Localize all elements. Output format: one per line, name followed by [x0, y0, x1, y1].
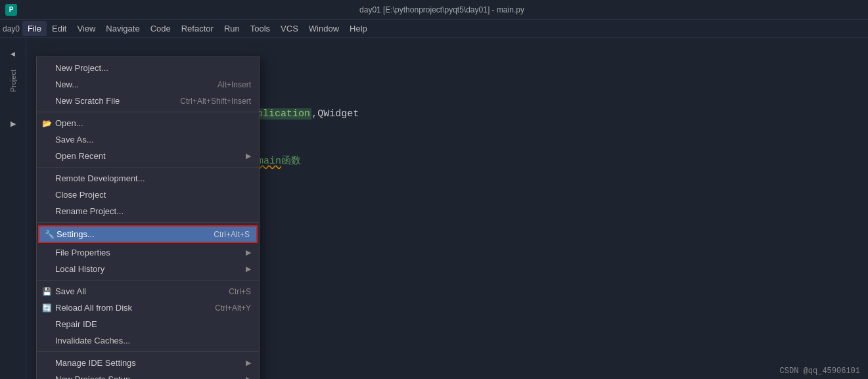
menu-item-new-project[interactable]: New Project... [37, 60, 259, 76]
menu-item-rename-project[interactable]: Rename Project... [37, 203, 259, 219]
menu-item-remote-dev[interactable]: Remote Development... [37, 170, 259, 187]
menu-edit[interactable]: Edit [47, 21, 72, 36]
menu-view[interactable]: View [72, 21, 101, 36]
window-title: day01 [E:\pythonproject\pyqt5\day01] - m… [21, 5, 863, 14]
separator-5 [37, 351, 259, 352]
menu-code[interactable]: Code [145, 21, 176, 36]
menu-item-new-projects-setup-label: New Projects Setup [55, 374, 130, 379]
menu-item-new[interactable]: New... Alt+Insert [37, 76, 259, 93]
separator-2 [37, 167, 259, 167]
menu-vcs[interactable]: VCS [275, 21, 304, 36]
menu-item-open-label: Open... [55, 118, 83, 128]
menu-item-open-recent-label: Open Recent [55, 151, 106, 161]
menu-item-local-history[interactable]: Local History ▶ [37, 261, 259, 277]
menu-item-repair-ide-label: Repair IDE [55, 319, 97, 329]
title-bar: P day01 [E:\pythonproject\pyqt5\day01] -… [0, 0, 868, 20]
menu-item-save-as-label: Save As... [55, 135, 94, 145]
menu-item-repair-ide[interactable]: Repair IDE [37, 316, 259, 332]
menu-item-reload-disk-label: Reload All from Disk [55, 303, 132, 313]
menu-item-new-scratch-label: New Scratch File [55, 96, 120, 106]
menu-item-save-all-label: Save All [55, 286, 86, 296]
sidebar-expand-btn[interactable]: ▶ [3, 113, 24, 134]
menu-item-manage-ide[interactable]: Manage IDE Settings ▶ [37, 355, 259, 371]
menu-item-settings[interactable]: 🔧 Settings... Ctrl+Alt+S [38, 225, 258, 243]
sidebar-project-btn[interactable]: ◀ [3, 43, 24, 64]
menu-item-new-projects-setup[interactable]: New Projects Setup ▶ [37, 371, 259, 379]
app-icon: P [5, 4, 17, 16]
menu-tools[interactable]: Tools [245, 21, 275, 36]
separator-3 [37, 222, 259, 223]
local-history-arrow-icon: ▶ [246, 265, 251, 273]
menu-item-close-project-label: Close Project [55, 190, 106, 200]
menu-item-new-label: New... [55, 79, 79, 89]
menu-item-new-project-label: New Project... [55, 63, 108, 73]
menu-item-local-history-label: Local History [55, 264, 104, 274]
main-layout: ◀ Project ▶ import sys from PyQt5.QtWidg… [0, 38, 868, 379]
file-dropdown-menu[interactable]: New Project... New... Alt+Insert New Scr… [36, 56, 260, 379]
menu-item-file-properties-label: File Properties [55, 248, 110, 257]
menu-item-file-properties[interactable]: File Properties ▶ [37, 244, 259, 261]
separator-1 [37, 112, 259, 112]
menu-help[interactable]: Help [344, 21, 373, 36]
menu-refactor[interactable]: Refactor [176, 21, 219, 36]
status-text: CSDN @qq_45906101 [780, 367, 860, 376]
menu-item-manage-ide-label: Manage IDE Settings [55, 358, 136, 368]
menu-item-open[interactable]: 📂 Open... [37, 115, 259, 131]
menu-file[interactable]: File [22, 21, 47, 36]
menu-item-save-as[interactable]: Save As... [37, 131, 259, 148]
menu-item-new-shortcut: Alt+Insert [217, 80, 251, 89]
menu-item-remote-dev-label: Remote Development... [55, 173, 145, 183]
manage-ide-arrow-icon: ▶ [246, 359, 251, 367]
menu-item-new-scratch-shortcut: Ctrl+Alt+Shift+Insert [180, 97, 251, 106]
new-projects-arrow-icon: ▶ [246, 375, 251, 379]
settings-wrench-icon: 🔧 [45, 230, 55, 239]
menu-item-settings-label: Settings... [57, 229, 95, 239]
open-folder-icon: 📂 [42, 119, 52, 128]
menu-item-save-all-shortcut: Ctrl+S [229, 287, 251, 296]
menu-navigate[interactable]: Navigate [101, 21, 145, 36]
menu-window[interactable]: Window [304, 21, 344, 36]
menu-item-invalidate-caches-label: Invalidate Caches... [55, 336, 130, 346]
sidebar-project-label[interactable]: Project [9, 67, 17, 95]
file-properties-arrow-icon: ▶ [246, 248, 251, 257]
open-recent-arrow-icon: ▶ [246, 152, 251, 160]
menu-item-save-all[interactable]: 💾 Save All Ctrl+S [37, 283, 259, 300]
menu-run[interactable]: Run [219, 21, 245, 36]
separator-4 [37, 280, 259, 280]
menu-item-settings-shortcut: Ctrl+Alt+S [214, 230, 250, 239]
status-bar: CSDN @qq_45906101 [772, 364, 868, 379]
menu-item-open-recent[interactable]: Open Recent ▶ [37, 148, 259, 164]
day-label: day0 [3, 24, 20, 33]
save-all-icon: 💾 [42, 287, 52, 296]
menu-item-reload-disk-shortcut: Ctrl+Alt+Y [215, 303, 251, 313]
menu-item-new-scratch[interactable]: New Scratch File Ctrl+Alt+Shift+Insert [37, 93, 259, 109]
sidebar: ◀ Project ▶ [0, 38, 26, 379]
menu-item-invalidate-caches[interactable]: Invalidate Caches... [37, 332, 259, 349]
menu-bar: day0 File Edit View Navigate Code Refact… [0, 20, 868, 38]
menu-item-rename-project-label: Rename Project... [55, 206, 124, 216]
menu-item-reload-disk[interactable]: 🔄 Reload All from Disk Ctrl+Alt+Y [37, 300, 259, 316]
reload-icon: 🔄 [42, 303, 52, 313]
menu-item-close-project[interactable]: Close Project [37, 187, 259, 203]
